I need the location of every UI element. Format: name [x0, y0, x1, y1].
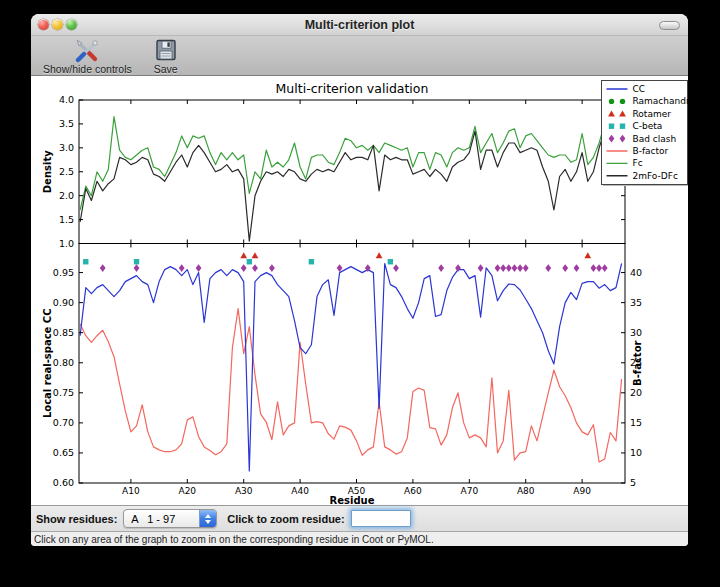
svg-text:A80: A80: [517, 486, 535, 496]
svg-text:1.5: 1.5: [59, 214, 74, 225]
screen-background: Multi-criterion plot Show/hide controls: [0, 0, 720, 587]
svg-text:Ramachandran: Ramachandran: [633, 96, 689, 106]
svg-text:10: 10: [630, 447, 642, 458]
svg-text:0.80: 0.80: [53, 357, 74, 368]
svg-text:0.60: 0.60: [53, 477, 74, 488]
svg-text:Multi-criterion validation: Multi-criterion validation: [276, 81, 429, 96]
svg-text:20: 20: [630, 387, 642, 398]
svg-text:0.85: 0.85: [53, 327, 74, 338]
window-title: Multi-criterion plot: [31, 18, 688, 32]
svg-text:4.0: 4.0: [59, 94, 74, 105]
svg-text:Local real-space CC: Local real-space CC: [42, 308, 53, 418]
svg-text:35: 35: [630, 297, 642, 308]
svg-text:1.0: 1.0: [59, 238, 74, 249]
status-message: Click on any area of the graph to zoom i…: [34, 534, 434, 545]
svg-text:0.95: 0.95: [53, 267, 74, 278]
toolbar: Show/hide controls Save: [31, 36, 688, 76]
svg-text:Density: Density: [42, 150, 53, 193]
svg-text:CC: CC: [633, 84, 646, 94]
multi-criterion-chart[interactable]: A10A20A30A40A50A60A70A80A901.01.52.02.53…: [31, 76, 688, 505]
tools-icon: [74, 38, 100, 63]
save-icon: [154, 38, 178, 63]
svg-text:0.90: 0.90: [53, 297, 74, 308]
residue-range-value: A 1 - 97: [124, 513, 199, 525]
svg-text:2mFo-DFc: 2mFo-DFc: [633, 171, 678, 181]
show-residues-label: Show residues:: [36, 513, 117, 525]
svg-text:3.5: 3.5: [59, 118, 74, 129]
svg-text:B-factor: B-factor: [633, 146, 669, 156]
svg-text:40: 40: [630, 267, 642, 278]
svg-text:0.65: 0.65: [53, 447, 74, 458]
svg-text:15: 15: [630, 417, 642, 428]
svg-text:0.75: 0.75: [53, 387, 74, 398]
svg-text:Rotamer: Rotamer: [633, 109, 672, 119]
save-label: Save: [154, 63, 178, 75]
svg-text:A40: A40: [291, 486, 309, 496]
svg-text:Bad clash: Bad clash: [633, 134, 677, 144]
svg-text:A70: A70: [461, 486, 479, 496]
svg-text:A10: A10: [122, 486, 140, 496]
svg-text:A90: A90: [573, 486, 591, 496]
svg-text:0.70: 0.70: [53, 417, 74, 428]
status-bar: Click on any area of the graph to zoom i…: [31, 531, 688, 546]
svg-text:Residue: Residue: [330, 495, 375, 505]
figure-area: A10A20A30A40A50A60A70A80A901.01.52.02.53…: [31, 76, 688, 505]
stepper-icon: [199, 510, 216, 527]
save-button[interactable]: Save: [150, 37, 182, 76]
show-hide-controls-button[interactable]: Show/hide controls: [39, 37, 136, 76]
svg-text:30: 30: [630, 327, 642, 338]
svg-text:A20: A20: [178, 486, 196, 496]
control-bar: Show residues: A 1 - 97 Click to zoom re…: [31, 505, 688, 531]
multi-criterion-plot-window: Multi-criterion plot Show/hide controls: [31, 14, 688, 546]
show-hide-controls-label: Show/hide controls: [43, 63, 132, 75]
zoom-residue-label: Click to zoom residue:: [227, 513, 344, 525]
svg-text:B-factor: B-factor: [632, 340, 643, 385]
svg-text:3.0: 3.0: [59, 142, 74, 153]
titlebar[interactable]: Multi-criterion plot: [31, 14, 688, 36]
svg-text:A30: A30: [235, 486, 253, 496]
svg-text:A60: A60: [404, 486, 422, 496]
svg-text:Fc: Fc: [633, 158, 643, 168]
zoom-residue-input[interactable]: [351, 510, 411, 527]
svg-text:2.5: 2.5: [59, 166, 74, 177]
svg-text:2.0: 2.0: [59, 190, 74, 201]
toolbar-toggle-button[interactable]: [659, 21, 680, 30]
svg-text:C-beta: C-beta: [633, 121, 663, 131]
svg-text:5: 5: [630, 477, 636, 488]
residue-range-select[interactable]: A 1 - 97: [123, 509, 217, 528]
